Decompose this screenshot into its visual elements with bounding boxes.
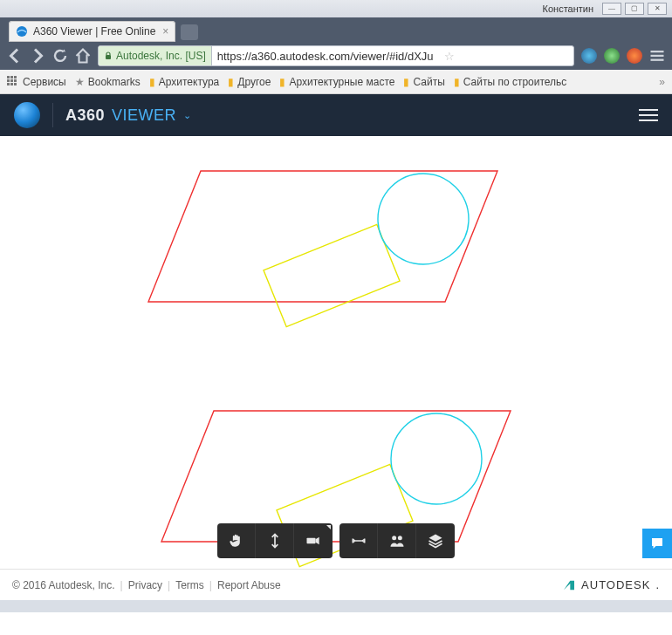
people-icon: [388, 532, 406, 550]
camera-tool-button[interactable]: [294, 523, 333, 558]
folder-icon: ▮: [279, 76, 285, 88]
secure-badge: Autodesk, Inc. [US]: [99, 46, 212, 65]
new-tab-button[interactable]: [181, 24, 198, 40]
folder-icon: ▮: [149, 76, 155, 88]
feedback-button[interactable]: [642, 529, 672, 558]
footer-link-terms[interactable]: Terms: [175, 579, 204, 591]
close-button[interactable]: ✕: [648, 3, 667, 15]
bookmark-folder[interactable]: ▮Архитектурные масте: [279, 76, 394, 88]
folder-icon: ▮: [228, 76, 234, 88]
camera-icon: [305, 532, 322, 550]
svg-rect-3: [651, 55, 664, 57]
parallelogram-shape: [161, 411, 511, 542]
bookmarks-label: Bookmarks: [88, 76, 141, 88]
bookmarks-link[interactable]: ★ Bookmarks: [75, 76, 141, 88]
orbit-icon: [266, 532, 284, 550]
footer-sep: |: [209, 579, 212, 591]
layers-tool-button[interactable]: [416, 523, 455, 558]
parallelogram-shape: [148, 171, 497, 302]
autodesk-brand-text: AUTODESK: [581, 578, 650, 591]
apps-label: Сервисы: [23, 76, 66, 88]
svg-rect-1: [106, 55, 111, 59]
home-button[interactable]: [75, 48, 91, 64]
viewer-canvas[interactable]: [0, 136, 672, 569]
folder-label: Архитектура: [159, 76, 220, 88]
folder-label: Сайты: [413, 76, 444, 88]
section-tool-button[interactable]: [378, 523, 416, 558]
bookmark-star-button[interactable]: ☆: [439, 50, 460, 63]
rectangle-shape: [264, 224, 400, 326]
url-field[interactable]: Autodesk, Inc. [US] https://a360.autodes…: [98, 45, 574, 66]
submenu-indicator-icon: [326, 525, 331, 529]
svg-point-7: [397, 536, 401, 540]
tool-group-nav: [217, 523, 333, 558]
autodesk-icon: [562, 578, 576, 592]
measure-icon: [350, 532, 367, 550]
folder-icon: ▮: [454, 76, 460, 88]
app-logo-icon[interactable]: [14, 102, 40, 128]
forward-button[interactable]: [30, 48, 45, 64]
browser-menu-button[interactable]: [649, 48, 665, 64]
cert-owner: Autodesk, Inc. [US]: [116, 50, 206, 62]
minimize-icon: —: [608, 5, 615, 12]
os-taskbar[interactable]: [0, 600, 672, 612]
bookmark-folder[interactable]: ▮Другое: [228, 76, 271, 88]
folder-label: Архитектурные масте: [289, 76, 394, 88]
layers-icon: [427, 532, 444, 550]
app-title-dropdown[interactable]: A360 VIEWER ⌄: [65, 106, 192, 125]
copyright-text: © 2016 Autodesk, Inc.: [12, 579, 115, 591]
os-titlebar: . Константин — ▢ ✕: [0, 0, 672, 17]
bookmarks-overflow-button[interactable]: »: [659, 76, 665, 88]
close-icon: ✕: [655, 5, 661, 12]
minimize-button[interactable]: —: [602, 3, 621, 15]
bookmark-folder[interactable]: ▮Сайты по строительс: [454, 76, 567, 88]
tab-close-button[interactable]: ×: [161, 25, 170, 38]
extension-icon-2[interactable]: [604, 48, 620, 64]
extension-icon-3[interactable]: [627, 48, 642, 64]
favicon-icon: [16, 25, 28, 38]
drawing-svg: [0, 136, 672, 569]
autodesk-period: .: [655, 578, 660, 591]
maximize-icon: ▢: [631, 5, 638, 12]
maximize-button[interactable]: ▢: [625, 3, 644, 15]
app-title-strong: A360: [65, 106, 105, 125]
tab-title-text: A360 Viewer | Free Online: [33, 25, 155, 38]
folder-label: Другое: [237, 76, 271, 88]
chat-icon: [649, 536, 665, 551]
star-icon: ★: [75, 76, 85, 88]
app-footer: © 2016 Autodesk, Inc. | Privacy | Terms …: [0, 569, 672, 600]
svg-rect-5: [307, 538, 316, 544]
browser-tabstrip: A360 Viewer | Free Online ×: [0, 17, 672, 42]
bookmark-folder[interactable]: ▮Архитектура: [149, 76, 220, 88]
autodesk-logo[interactable]: AUTODESK.: [562, 578, 660, 592]
folder-label: Сайты по строительс: [463, 76, 567, 88]
reload-button[interactable]: [52, 48, 68, 64]
pan-tool-button[interactable]: [217, 523, 256, 558]
apps-icon: [7, 76, 19, 88]
footer-link-report[interactable]: Report Abuse: [217, 579, 281, 591]
extension-icon-1[interactable]: [581, 48, 597, 64]
bookmark-folder[interactable]: ▮Сайты: [403, 76, 444, 88]
svg-point-6: [392, 536, 396, 540]
folder-icon: ▮: [403, 76, 409, 88]
bookmarks-bar: Сервисы ★ Bookmarks ▮Архитектура ▮Другое…: [0, 70, 672, 94]
hand-icon: [228, 532, 245, 550]
app-menu-button[interactable]: [639, 109, 658, 121]
app-title-sub: VIEWER: [112, 106, 176, 125]
lock-icon: [104, 51, 113, 60]
chevron-down-icon: ⌄: [183, 110, 192, 121]
tool-group-analyze: [339, 523, 455, 558]
drawing-group-1: [148, 171, 497, 327]
footer-link-privacy[interactable]: Privacy: [128, 579, 162, 591]
circle-shape: [391, 413, 482, 504]
svg-rect-4: [651, 59, 664, 61]
circle-shape: [378, 174, 469, 264]
orbit-tool-button[interactable]: [256, 523, 294, 558]
browser-tab[interactable]: A360 Viewer | Free Online ×: [9, 21, 175, 42]
back-button[interactable]: [7, 48, 23, 64]
apps-link[interactable]: Сервисы: [7, 76, 66, 88]
url-text: https://a360.autodesk.com/viewer/#id/dXJ…: [212, 50, 439, 63]
viewer-toolbar: [217, 523, 455, 558]
measure-tool-button[interactable]: [339, 523, 378, 558]
app-header: A360 VIEWER ⌄: [0, 94, 672, 136]
